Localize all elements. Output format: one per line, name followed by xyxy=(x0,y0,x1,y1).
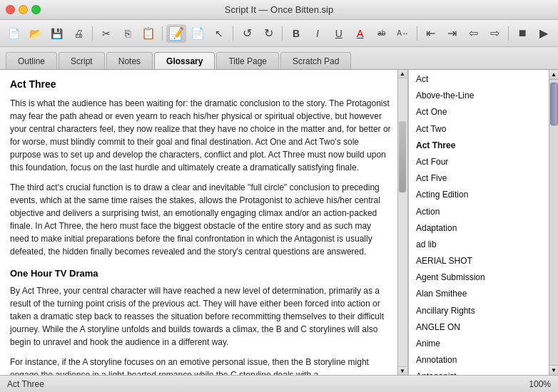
open-button[interactable]: 📂 xyxy=(26,24,46,43)
glossary-item[interactable]: Act Three xyxy=(409,138,549,154)
font-color-button[interactable]: A xyxy=(350,24,370,43)
tab-title-page[interactable]: Title Page xyxy=(216,52,279,69)
content-para-4: For instance, if the A storyline focuses… xyxy=(10,356,392,375)
glossary-item[interactable]: Adaptation xyxy=(409,220,549,237)
content-scroll-thumb[interactable] xyxy=(399,121,406,192)
content-para-3: By Act Three, your central character wil… xyxy=(10,284,392,349)
content-para-1: This is what the audience has been waiti… xyxy=(10,97,392,174)
glossary-item[interactable]: Annotation xyxy=(409,352,549,368)
sep2 xyxy=(162,26,163,41)
glossary-item[interactable]: Act xyxy=(409,71,549,88)
bold-button[interactable]: B xyxy=(286,24,306,43)
align-left-button[interactable]: ⇤ xyxy=(421,24,441,43)
glossary-item[interactable]: Act Two xyxy=(409,121,549,138)
tabs-bar: Outline Script Notes Glossary Title Page… xyxy=(0,47,558,70)
tab-scratch-pad[interactable]: Scratch Pad xyxy=(280,52,351,69)
window-title: Script It — Once Bitten.sip xyxy=(225,4,333,15)
glossary-item[interactable]: Antagonist xyxy=(409,368,549,375)
glossary-scrollbar[interactable]: ▲ ▼ xyxy=(549,70,558,375)
maximize-button[interactable] xyxy=(31,5,41,14)
page-view-button[interactable]: 📄 xyxy=(188,24,208,43)
tab-glossary[interactable]: Glossary xyxy=(154,52,215,69)
script-mode-button[interactable]: 📝 xyxy=(166,24,186,43)
content-scrollbar[interactable]: ▲ ▼ xyxy=(397,70,407,375)
sep5 xyxy=(417,26,417,41)
glossary-item[interactable]: Anime xyxy=(409,336,549,352)
content-heading: Act Three xyxy=(10,78,392,90)
underline-button[interactable]: U xyxy=(329,24,349,43)
save-button[interactable]: 💾 xyxy=(47,24,67,43)
content-subheading: One Hour TV Drama xyxy=(10,268,392,279)
scroll-down-arrow[interactable]: ▼ xyxy=(398,366,407,375)
glossary-item[interactable]: Acting Edition xyxy=(409,187,549,203)
close-button[interactable] xyxy=(6,5,15,14)
sep6 xyxy=(508,26,509,41)
glossary-item[interactable]: Action xyxy=(409,204,549,220)
sep4 xyxy=(282,26,283,41)
glossary-scroll-thumb[interactable] xyxy=(550,83,558,125)
glossary-item[interactable]: Act One xyxy=(409,104,549,120)
glossary-item[interactable]: ad lib xyxy=(409,237,549,253)
status-text: Act Three xyxy=(7,379,44,389)
tab-outline[interactable]: Outline xyxy=(6,52,57,69)
glossary-item[interactable]: Act Four xyxy=(409,154,549,170)
content-para-2: The third act's crucial function is to d… xyxy=(10,181,392,258)
glossary-item[interactable]: ANGLE ON xyxy=(409,319,549,336)
traffic-lights xyxy=(6,5,41,14)
glossary-item[interactable]: Agent Submission xyxy=(409,269,549,286)
strikethrough-button[interactable]: ab xyxy=(372,24,392,43)
content-pane[interactable]: Act Three This is what the audience has … xyxy=(0,70,408,375)
glossary-item[interactable]: Act Five xyxy=(409,170,549,187)
align-center-button[interactable]: ⇥ xyxy=(442,24,462,43)
zoom-level: 100% xyxy=(529,379,551,389)
kerning-button[interactable]: A↔ xyxy=(393,24,413,43)
glossary-item[interactable]: Above-the-Line xyxy=(409,88,549,104)
new-button[interactable]: 📄 xyxy=(4,24,24,43)
extra-options-button[interactable]: ▶ xyxy=(534,24,554,43)
undo-button[interactable]: ↺ xyxy=(237,24,257,43)
glossary-item[interactable]: AERIAL SHOT xyxy=(409,253,549,269)
toolbar: 📄 📂 💾 🖨 ✂ ⎘ 📋 📝 📄 ↖ ↺ ↻ B I U A ab A↔ ⇤ … xyxy=(0,20,558,47)
scroll-up-arrow[interactable]: ▲ xyxy=(398,70,407,78)
glossary-item[interactable]: Ancillary Rights xyxy=(409,303,549,319)
cut-button[interactable]: ✂ xyxy=(96,24,116,43)
minimize-button[interactable] xyxy=(19,5,28,14)
status-bar: Act Three 100% xyxy=(0,375,558,392)
sep3 xyxy=(233,26,233,41)
glossary-item[interactable]: Alan Smithee xyxy=(409,286,549,302)
tab-notes[interactable]: Notes xyxy=(106,52,153,69)
cursor-button[interactable]: ↖ xyxy=(209,24,229,43)
italic-button[interactable]: I xyxy=(308,24,328,43)
sep1 xyxy=(92,26,93,41)
copy-button[interactable]: ⎘ xyxy=(118,24,138,43)
paste-button[interactable]: 📋 xyxy=(139,24,159,43)
main-area: Act Three This is what the audience has … xyxy=(0,70,558,375)
glossary-pane: ActAbove-the-LineAct OneAct TwoAct Three… xyxy=(408,70,558,375)
color-swatch-button[interactable]: ■ xyxy=(512,24,532,43)
title-bar: Script It — Once Bitten.sip xyxy=(0,0,558,20)
glossary-scroll-track-area[interactable] xyxy=(549,80,559,365)
print-button[interactable]: 🖨 xyxy=(69,24,88,43)
tab-script[interactable]: Script xyxy=(59,52,105,69)
glossary-list[interactable]: ActAbove-the-LineAct OneAct TwoAct Three… xyxy=(409,70,558,375)
redo-button[interactable]: ↻ xyxy=(258,24,278,43)
align-justify-button[interactable]: ⇨ xyxy=(485,24,504,43)
glossary-scroll-up[interactable]: ▲ xyxy=(549,70,559,80)
glossary-scroll-down[interactable]: ▼ xyxy=(549,365,559,375)
align-right-button[interactable]: ⇦ xyxy=(463,24,483,43)
